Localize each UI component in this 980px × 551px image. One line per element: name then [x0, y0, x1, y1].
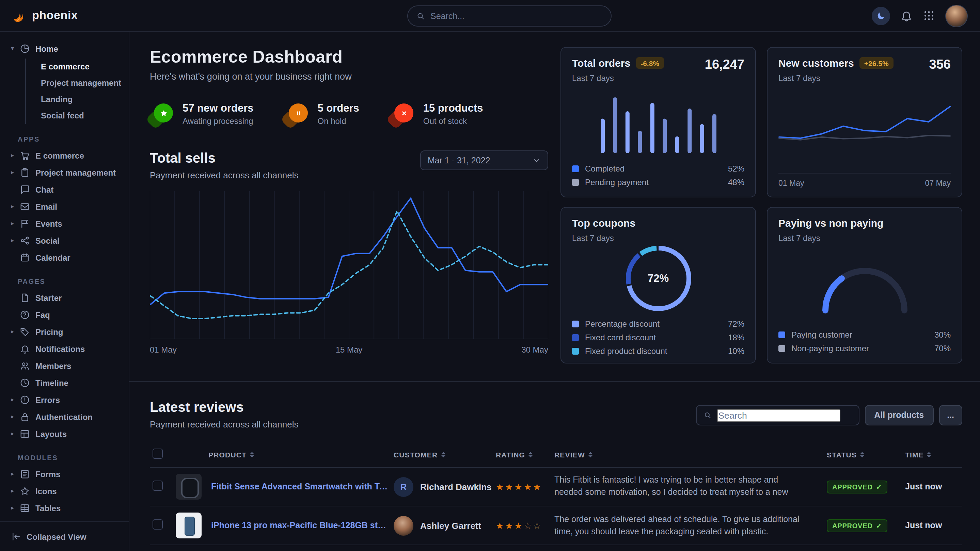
sort-icon[interactable]: [589, 452, 592, 457]
sidebar-item-timeline[interactable]: Timeline: [11, 374, 123, 391]
global-search[interactable]: [407, 5, 612, 27]
reviews-table: PRODUCT CUSTOMER RATING REVIEW STATUS TI…: [150, 443, 962, 551]
sidebar-item-members[interactable]: Members: [11, 357, 123, 374]
status-badge: APPROVED✓: [827, 481, 888, 494]
sort-icon[interactable]: [441, 452, 445, 457]
top-coupons-donut-chart: 72%: [625, 246, 691, 311]
product-image-smartwatch: [176, 474, 202, 500]
users-icon: [20, 361, 30, 371]
stat-new-orders: 57 new orders Awating processing: [150, 102, 254, 126]
share-icon: [20, 235, 30, 246]
sidebar-item-authentication[interactable]: Authentication: [11, 408, 123, 426]
select-all-checkbox[interactable]: [153, 449, 163, 459]
sidebar-item-notifications[interactable]: Notifications: [11, 340, 123, 357]
sidebar-item-layouts[interactable]: Layouts: [11, 426, 123, 442]
sidebar-item-errors[interactable]: Errors: [11, 391, 123, 408]
sidebar-item-ecommerce-app[interactable]: E commerce: [11, 147, 123, 164]
notifications-bell-icon[interactable]: [900, 10, 913, 22]
total-sells-title: Total sells: [150, 151, 298, 166]
sidebar-section-modules: MODULES: [18, 454, 123, 462]
product-link[interactable]: Fitbit Sense Advanced Smartwatch with To…: [211, 482, 388, 491]
chevron-down-icon: [533, 156, 541, 164]
apps-grid-icon[interactable]: [923, 10, 935, 22]
sidebar-item-tables[interactable]: Tables: [11, 500, 123, 517]
sidebar-item-calendar[interactable]: Calendar: [11, 249, 123, 266]
sidebar-section-apps: APPS: [18, 135, 123, 143]
x-icon: [400, 108, 409, 117]
sidebar-item-project-management-app[interactable]: Project management: [11, 164, 123, 181]
chevron-right-icon: [11, 414, 20, 420]
new-customers-card: New customers +26.5% Last 7 days 356 01 …: [767, 47, 962, 197]
lock-icon: [20, 412, 30, 422]
moon-icon: [876, 11, 886, 21]
row-checkbox[interactable]: [153, 480, 163, 491]
sidebar-item-starter[interactable]: Starter: [11, 289, 123, 306]
product-link[interactable]: iPhone 13 pro max-Pacific Blue-128GB sto…: [211, 521, 388, 530]
chevron-right-icon: [11, 488, 20, 494]
page-title: Ecommerce Dashboard: [150, 47, 548, 67]
sidebar-item-email[interactable]: Email: [11, 198, 123, 215]
check-icon: ✓: [876, 483, 882, 491]
donut-center-value: 72%: [625, 246, 691, 311]
user-avatar[interactable]: [945, 5, 968, 27]
collapsed-view-button[interactable]: Collapsed View: [11, 528, 86, 545]
new-customers-badge: +26.5%: [859, 57, 894, 69]
row-checkbox[interactable]: [153, 519, 163, 529]
rating-stars: ★★★★★: [496, 482, 542, 492]
sidebar-section-pages: PAGES: [18, 278, 123, 285]
new-customers-value: 356: [929, 57, 951, 72]
flag-icon: [20, 219, 30, 229]
total-orders-value: 16,247: [705, 57, 745, 72]
sidebar-item-home[interactable]: Home: [11, 40, 123, 57]
sort-icon[interactable]: [250, 452, 254, 457]
paying-title: Paying vs non paying: [778, 217, 951, 229]
sort-icon[interactable]: [927, 452, 931, 457]
all-products-button[interactable]: All products: [865, 405, 933, 426]
pie-chart-icon: [20, 44, 30, 54]
table-header-row: PRODUCT CUSTOMER RATING REVIEW STATUS TI…: [150, 443, 962, 467]
table-row: Fitbit Sense Advanced Smartwatch with To…: [150, 467, 962, 506]
sidebar-item-landing[interactable]: Landing: [41, 91, 123, 108]
chat-icon: [20, 184, 30, 195]
total-orders-bar-chart: [600, 94, 716, 153]
sidebar-item-project-management[interactable]: Project management: [41, 75, 123, 91]
reviews-title: Latest reviews: [150, 400, 298, 415]
rating-stars: ★★★☆☆: [496, 521, 542, 531]
sidebar-item-faq[interactable]: Faq: [11, 306, 123, 323]
tag-icon: [20, 327, 30, 337]
total-orders-legend: Completed52% Pending payment48%: [572, 164, 745, 187]
legend-swatch: [572, 321, 579, 327]
sidebar-item-social-feed[interactable]: Social feed: [41, 108, 123, 124]
app-window: phoenix Home E commerce Project manageme…: [0, 0, 980, 551]
sidebar-item-events[interactable]: Events: [11, 215, 123, 232]
sidebar-item-forms[interactable]: Forms: [11, 465, 123, 483]
chevron-right-icon: [11, 431, 20, 437]
total-orders-badge: -6.8%: [636, 57, 664, 69]
sidebar-item-icons[interactable]: Icons: [11, 483, 123, 500]
chevron-down-icon: [11, 46, 20, 52]
date-range-select[interactable]: Mar 1 - 31, 2022: [420, 151, 548, 170]
sort-icon[interactable]: [860, 452, 864, 457]
reviews-search-input[interactable]: [717, 409, 840, 422]
legend-swatch: [778, 345, 785, 352]
stats-row: 57 new orders Awating processing 5 order…: [150, 102, 548, 126]
sidebar-item-social[interactable]: Social: [11, 232, 123, 249]
dark-mode-toggle[interactable]: [872, 6, 890, 25]
brand[interactable]: phoenix: [11, 8, 78, 24]
sidebar-item-pricing[interactable]: Pricing: [11, 323, 123, 340]
sort-icon[interactable]: [528, 452, 533, 457]
more-options-button[interactable]: ...: [939, 405, 962, 426]
check-icon: ✓: [876, 522, 882, 530]
reviews-search[interactable]: [696, 405, 859, 426]
paying-gauge-chart: [813, 257, 916, 314]
chevron-right-icon: [11, 505, 20, 511]
legend-swatch: [572, 334, 579, 341]
stat-orders-on-hold: 5 orders On hold: [285, 102, 359, 126]
global-search-input[interactable]: [430, 11, 603, 21]
main-content: Ecommerce Dashboard Here's what's going …: [129, 32, 980, 551]
sidebar-item-e-commerce[interactable]: E commerce: [41, 59, 123, 75]
sidebar-item-chat[interactable]: Chat: [11, 181, 123, 198]
new-customers-x-axis: 01 May 07 May: [778, 173, 951, 187]
product-image-iphone: [176, 513, 202, 538]
legend-swatch: [778, 332, 785, 338]
